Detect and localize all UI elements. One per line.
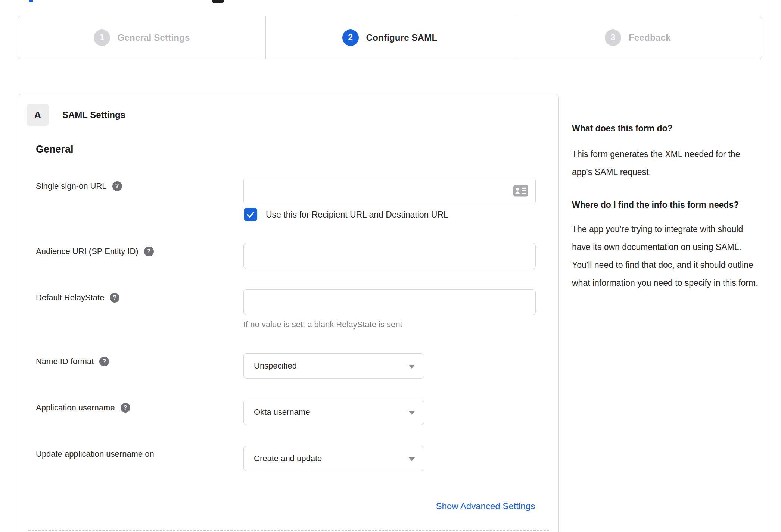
step-general-settings[interactable]: 1 General Settings (18, 16, 265, 59)
relay-state-input[interactable] (243, 289, 536, 315)
section-dashed-divider (28, 530, 549, 531)
name-id-format-select[interactable]: Unspecified (243, 353, 424, 379)
section-a-badge: A (27, 104, 49, 126)
help-icon[interactable]: ? (121, 403, 130, 413)
step-number-badge: 1 (94, 29, 110, 46)
cutoff-blue-fragment (29, 0, 33, 2)
section-title: SAML Settings (62, 110, 125, 120)
help-icon[interactable]: ? (99, 357, 109, 366)
step-number-badge: 3 (605, 29, 621, 46)
recipient-url-checkbox-label: Use this for Recipient URL and Destinati… (266, 208, 448, 221)
step-number-badge: 2 (342, 29, 359, 46)
sso-url-label: Single sign-on URL ? (36, 179, 122, 193)
caret-down-icon (409, 411, 415, 415)
caret-down-icon (409, 457, 415, 461)
relay-state-helper-text: If no value is set, a blank RelayState i… (243, 320, 402, 329)
sidebar-paragraph-where: The app you're trying to integrate with … (572, 220, 759, 292)
panel-header: A SAML Settings (27, 104, 125, 126)
name-id-format-label-text: Name ID format (36, 357, 94, 366)
update-username-label: Update application username on (36, 447, 154, 461)
sidebar-heading-what: What does this form do? (572, 122, 759, 135)
sidebar-paragraph-what: This form generates the XML needed for t… (572, 145, 759, 181)
wizard-stepper: 1 General Settings 2 Configure SAML 3 Fe… (18, 16, 762, 59)
help-icon[interactable]: ? (112, 181, 122, 191)
checkmark-icon (246, 210, 255, 219)
app-username-select[interactable]: Okta username (243, 400, 424, 425)
step-configure-saml[interactable]: 2 Configure SAML (265, 16, 513, 59)
audience-uri-input[interactable] (243, 243, 536, 269)
app-username-label-text: Application username (36, 403, 115, 413)
saml-settings-panel: A SAML Settings General Single sign-on U… (18, 94, 559, 532)
update-username-select[interactable]: Create and update (243, 446, 424, 471)
help-sidebar: What does this form do? This form genera… (572, 122, 759, 292)
help-icon[interactable]: ? (110, 293, 119, 303)
relay-state-label-text: Default RelayState (36, 293, 104, 303)
sidebar-heading-where: Where do I find the info this form needs… (572, 198, 759, 212)
step-feedback[interactable]: 3 Feedback (514, 16, 762, 59)
sso-url-input[interactable] (243, 178, 536, 204)
relay-state-label: Default RelayState ? (36, 291, 119, 305)
step-label: Feedback (629, 32, 670, 43)
sso-url-input-wrap (243, 178, 536, 204)
name-id-format-value: Unspecified (244, 361, 297, 371)
recipient-url-checkbox[interactable] (244, 208, 257, 221)
update-username-label-text: Update application username on (36, 449, 154, 459)
show-advanced-settings-link[interactable]: Show Advanced Settings (436, 501, 535, 511)
update-username-value: Create and update (244, 454, 322, 463)
help-icon[interactable]: ? (144, 247, 154, 256)
general-heading: General (36, 144, 74, 155)
step-label: General Settings (118, 32, 190, 43)
audience-uri-label-text: Audience URI (SP Entity ID) (36, 247, 139, 256)
cutoff-app-logo-fragment (212, 0, 224, 3)
app-username-value: Okta username (244, 407, 310, 417)
caret-down-icon (409, 365, 415, 369)
app-username-label: Application username ? (36, 401, 130, 415)
sso-url-label-text: Single sign-on URL (36, 181, 107, 191)
step-label: Configure SAML (366, 32, 438, 43)
audience-uri-label: Audience URI (SP Entity ID) ? (36, 244, 154, 259)
name-id-format-label: Name ID format ? (36, 354, 109, 369)
